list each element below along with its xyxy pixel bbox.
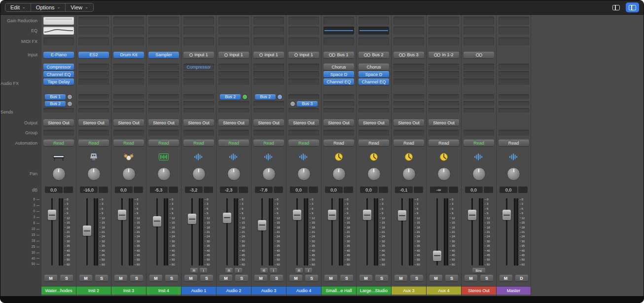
pre-button-r[interactable]: R xyxy=(295,268,303,273)
group-slot[interactable] xyxy=(288,130,319,136)
peak-display[interactable] xyxy=(134,187,143,193)
bottom-button-s[interactable]: S xyxy=(305,275,318,281)
fader-cap[interactable] xyxy=(468,210,476,220)
bottom-button-s[interactable]: S xyxy=(165,275,178,281)
send-level-knob[interactable] xyxy=(67,101,72,107)
send-slot[interactable] xyxy=(499,101,529,106)
waveform-icon[interactable] xyxy=(507,152,521,162)
automation-mode-button[interactable]: Read xyxy=(288,140,319,146)
send-slot[interactable] xyxy=(253,108,284,113)
audio-fx-slot[interactable] xyxy=(113,71,144,77)
send-slot[interactable] xyxy=(78,94,109,99)
audio-fx-slot[interactable] xyxy=(288,78,319,85)
send-slot[interactable] xyxy=(464,101,494,106)
fader-cap[interactable] xyxy=(258,220,266,230)
send-slot[interactable] xyxy=(429,101,459,106)
pan-knob[interactable] xyxy=(472,167,486,181)
group-slot[interactable] xyxy=(358,130,389,136)
send-slot[interactable] xyxy=(358,94,389,99)
automation-mode-button[interactable]: Read xyxy=(499,140,529,146)
audio-fx-slot[interactable] xyxy=(78,64,109,70)
send-slot[interactable] xyxy=(499,108,529,113)
audio-fx-slot[interactable] xyxy=(429,71,459,77)
automation-mode-button[interactable]: Read xyxy=(218,140,249,146)
pre-button-i[interactable]: I xyxy=(305,268,312,273)
pan-knob[interactable] xyxy=(437,167,451,181)
automation-mode-button[interactable]: Read xyxy=(148,140,179,146)
send-level-knob[interactable] xyxy=(277,94,283,100)
input-slot[interactable]: Bus 1 xyxy=(323,52,354,58)
audio-fx-slot[interactable] xyxy=(394,78,424,85)
group-slot[interactable] xyxy=(78,130,109,136)
bottom-button-m[interactable]: M xyxy=(149,275,162,281)
audio-fx-slot[interactable] xyxy=(288,71,319,77)
midi-fx-slot[interactable] xyxy=(394,38,424,45)
volume-fader[interactable] xyxy=(221,197,232,267)
pan-knob[interactable] xyxy=(122,167,136,181)
eq-thumbnail[interactable] xyxy=(43,27,74,35)
input-slot[interactable]: ES2 xyxy=(78,52,109,58)
eq-slot[interactable] xyxy=(148,27,179,35)
bottom-button-m[interactable]: M xyxy=(465,275,477,281)
send-slot[interactable] xyxy=(218,108,249,113)
midi-fx-slot[interactable] xyxy=(323,38,354,45)
gauge-icon[interactable] xyxy=(367,152,381,162)
bottom-button-m[interactable]: M xyxy=(184,275,197,281)
input-slot[interactable]: Bus 3 xyxy=(394,52,424,58)
volume-fader[interactable] xyxy=(396,197,407,267)
bottom-button-m[interactable]: M xyxy=(324,275,337,281)
send-slot[interactable] xyxy=(358,108,389,113)
send-slot[interactable] xyxy=(323,94,354,99)
send-slot[interactable] xyxy=(394,108,424,113)
bottom-button-m[interactable]: M xyxy=(359,275,372,281)
eq-slot[interactable] xyxy=(183,27,214,35)
input-slot[interactable]: Input 1 xyxy=(253,52,284,58)
pan-knob[interactable] xyxy=(297,167,311,181)
fader-cap[interactable] xyxy=(502,210,511,220)
volume-display[interactable]: -2,3 xyxy=(220,187,238,193)
eq-thumbnail[interactable] xyxy=(323,27,354,35)
peak-display[interactable] xyxy=(204,187,213,193)
send-slot[interactable] xyxy=(113,94,144,99)
bottom-button-d[interactable]: D xyxy=(515,275,528,281)
eq-slot[interactable] xyxy=(394,27,424,35)
fader-cap[interactable] xyxy=(223,213,231,223)
track-name[interactable]: Audio 1 xyxy=(181,286,216,295)
audio-fx-slot[interactable] xyxy=(499,64,529,70)
eq-slot[interactable] xyxy=(253,27,284,35)
group-slot[interactable] xyxy=(148,130,179,136)
audio-fx-slot[interactable]: Chorus xyxy=(358,64,389,70)
epiano-icon[interactable] xyxy=(52,152,66,162)
dual-pane-view-button[interactable] xyxy=(626,2,639,12)
output-slot[interactable]: Stereo Out xyxy=(218,119,249,126)
send-slot[interactable]: Bus 3 xyxy=(290,101,318,107)
track-name[interactable]: Inst 2 xyxy=(76,286,111,295)
audio-fx-slot[interactable] xyxy=(148,64,179,70)
audio-fx-slot[interactable] xyxy=(113,64,144,70)
output-slot[interactable]: Stereo Out xyxy=(394,119,424,126)
automation-mode-button[interactable]: Read xyxy=(78,140,109,146)
gauge-icon[interactable] xyxy=(332,152,346,162)
audio-fx-slot[interactable] xyxy=(78,78,109,85)
send-slot[interactable]: Bus 2 xyxy=(255,94,283,100)
bottom-button-s[interactable]: S xyxy=(410,275,423,281)
send-bus-button[interactable]: Bus 1 xyxy=(45,94,66,100)
midi-fx-slot[interactable] xyxy=(78,38,109,45)
input-slot[interactable]: Sampler xyxy=(148,52,179,58)
volume-fader[interactable] xyxy=(326,197,337,267)
peak-display[interactable] xyxy=(379,187,388,193)
audio-fx-slot[interactable] xyxy=(183,71,214,77)
waveform-icon[interactable] xyxy=(472,152,486,162)
send-slot[interactable] xyxy=(148,94,179,99)
pan-knob[interactable] xyxy=(192,167,206,181)
send-slot[interactable] xyxy=(429,94,459,99)
drums-icon[interactable] xyxy=(122,152,136,162)
bottom-button-m[interactable]: M xyxy=(394,275,407,281)
pan-knob[interactable] xyxy=(332,167,346,181)
bottom-button-m[interactable]: M xyxy=(219,275,232,281)
midi-fx-slot[interactable] xyxy=(218,38,249,45)
track-name[interactable]: Aux 3 xyxy=(392,286,426,295)
group-slot[interactable] xyxy=(183,130,214,136)
volume-display[interactable]: -16,0 xyxy=(80,187,98,193)
output-slot[interactable]: Stereo Out xyxy=(288,119,319,126)
